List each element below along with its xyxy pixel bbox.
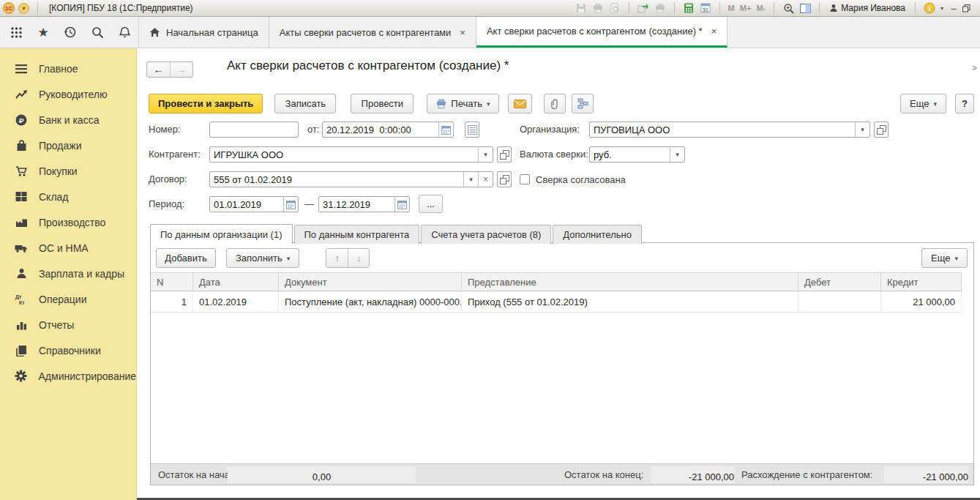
close-tab-icon[interactable]: ×: [460, 27, 465, 38]
calendar-picker-icon[interactable]: [394, 197, 409, 212]
forward-button[interactable]: →: [170, 62, 192, 77]
notifications-bell-icon[interactable]: [117, 25, 132, 40]
contract-open-button[interactable]: [497, 171, 512, 187]
date-input[interactable]: [323, 122, 438, 137]
export-link-icon[interactable]: [636, 1, 651, 15]
info-dropdown-icon[interactable]: ▾: [939, 5, 945, 12]
sidebar-item-main[interactable]: Главное: [0, 56, 136, 81]
dropdown-icon[interactable]: ▾: [855, 122, 869, 137]
print-document-icon[interactable]: [653, 1, 667, 15]
sidebar-item-fixed-assets[interactable]: ОС и НМА: [0, 235, 136, 261]
favorites-star-icon[interactable]: ★: [36, 25, 51, 40]
calendar-picker-icon[interactable]: [283, 197, 298, 212]
col-credit[interactable]: Кредит: [881, 273, 962, 291]
document-structure-button[interactable]: [572, 94, 594, 113]
zoom-icon[interactable]: [781, 1, 796, 15]
period-to-field[interactable]: [318, 196, 410, 212]
memory-icon[interactable]: M: [727, 4, 736, 12]
clear-icon[interactable]: ×: [478, 172, 493, 187]
more-button[interactable]: Еще ▾: [900, 94, 946, 113]
window-titlebar: 1С ▾ [КОПИЯ] ПБУ 18 (1С:Предприятие) 31 …: [0, 0, 980, 17]
post-and-close-button[interactable]: Провести и закрыть: [149, 94, 263, 113]
document-journal-button[interactable]: [465, 122, 479, 138]
menu-grid-icon[interactable]: [9, 25, 23, 40]
sidebar-item-sales[interactable]: Продажи: [0, 133, 136, 158]
print-icon[interactable]: [591, 1, 605, 15]
post-button[interactable]: Провести: [351, 94, 414, 113]
col-n[interactable]: N: [151, 273, 193, 291]
tab-home[interactable]: Начальная страница: [139, 17, 269, 48]
period-from-field[interactable]: [209, 196, 299, 212]
split-view-icon[interactable]: [798, 1, 812, 15]
col-document[interactable]: Документ: [279, 273, 462, 291]
table-row[interactable]: 1 01.02.2019 Поступление (акт, накладная…: [151, 292, 962, 313]
calendar-icon[interactable]: 31: [698, 1, 713, 15]
col-debit[interactable]: Дебет: [798, 273, 881, 291]
sidebar-item-payroll-hr[interactable]: Зарплата и кадры: [0, 261, 136, 286]
counterparty-open-button[interactable]: [497, 146, 512, 163]
contract-field[interactable]: ▾ ×: [209, 171, 493, 187]
tab-by-counterparty[interactable]: По данным контрагента: [294, 225, 420, 244]
tab-settlement-accounts[interactable]: Счета учета расчетов (8): [421, 225, 551, 244]
number-field[interactable]: [209, 122, 299, 138]
fill-button[interactable]: Заполнить ▾: [226, 248, 299, 268]
history-icon[interactable]: [63, 25, 78, 40]
dropdown-icon[interactable]: ▾: [670, 147, 684, 162]
save-button[interactable]: Записать: [274, 94, 336, 113]
sidebar-item-production[interactable]: Производство: [0, 209, 136, 235]
period-to-input[interactable]: [319, 197, 394, 212]
send-email-button[interactable]: [508, 94, 532, 113]
tab-by-organization[interactable]: По данным организации (1): [150, 224, 293, 244]
organization-input[interactable]: [590, 122, 855, 137]
move-down-button[interactable]: ↓: [348, 249, 369, 267]
print-preview-icon[interactable]: [607, 1, 622, 15]
sidebar-item-reports[interactable]: Отчеты: [0, 312, 136, 337]
info-icon[interactable]: i: [922, 1, 937, 15]
back-button[interactable]: ←: [147, 62, 170, 77]
collapse-panel-chevron-icon[interactable]: >: [972, 63, 977, 73]
period-options-button[interactable]: ...: [419, 195, 443, 213]
number-input[interactable]: [210, 122, 298, 137]
memory-plus-icon[interactable]: M+: [738, 4, 753, 12]
sidebar-item-bank-cash[interactable]: Р Банк и касса: [0, 107, 136, 133]
calendar-picker-icon[interactable]: [438, 122, 453, 137]
save-icon[interactable]: [574, 1, 588, 15]
sidebar-item-manager[interactable]: Руководителю: [0, 81, 136, 107]
organization-open-button[interactable]: [874, 122, 889, 138]
memory-minus-icon[interactable]: M-: [755, 4, 767, 12]
grid-more-button[interactable]: Еще ▾: [921, 248, 968, 268]
counterparty-input[interactable]: [210, 147, 478, 162]
sidebar-item-operations[interactable]: ДтКт Операции: [0, 286, 136, 312]
tab-act-create[interactable]: Акт сверки расчетов с контрагентом (созд…: [476, 17, 727, 48]
close-tab-icon[interactable]: ×: [711, 26, 717, 37]
add-row-button[interactable]: Добавить: [156, 248, 216, 268]
sidebar-item-directories[interactable]: Справочники: [0, 337, 136, 363]
search-icon[interactable]: [90, 25, 105, 40]
print-button[interactable]: Печать ▾: [427, 94, 499, 113]
current-user[interactable]: Мария Иванова: [826, 3, 908, 13]
period-from-input[interactable]: [210, 197, 283, 212]
minimize-button[interactable]: –: [947, 3, 960, 14]
tab-acts-list[interactable]: Акты сверки расчетов с контрагентами ×: [269, 17, 476, 48]
currency-input[interactable]: [590, 147, 670, 162]
col-representation[interactable]: Представление: [462, 273, 798, 291]
calculator-icon[interactable]: [681, 1, 696, 15]
sidebar-item-administration[interactable]: Администрирование: [0, 363, 136, 389]
restore-button[interactable]: [962, 4, 976, 12]
dropdown-icon[interactable]: ▾: [478, 147, 493, 162]
dropdown-icon[interactable]: ▾: [463, 172, 478, 187]
tab-additional[interactable]: Дополнительно: [553, 225, 642, 244]
reconciliation-approved-checkbox[interactable]: [520, 174, 530, 184]
currency-field[interactable]: ▾: [589, 146, 685, 163]
sidebar-item-warehouse[interactable]: Склад: [0, 184, 136, 209]
organization-field[interactable]: ▾: [589, 122, 870, 138]
date-field[interactable]: [322, 122, 454, 138]
col-date[interactable]: Дата: [193, 273, 279, 291]
system-menu-icon[interactable]: ▾: [18, 3, 29, 14]
sidebar-item-purchases[interactable]: Покупки: [0, 158, 136, 184]
contract-input[interactable]: [210, 172, 463, 187]
attachments-button[interactable]: [544, 94, 566, 113]
help-button[interactable]: ?: [955, 94, 974, 113]
counterparty-field[interactable]: ▾: [209, 146, 493, 163]
move-up-button[interactable]: ↑: [326, 249, 348, 267]
